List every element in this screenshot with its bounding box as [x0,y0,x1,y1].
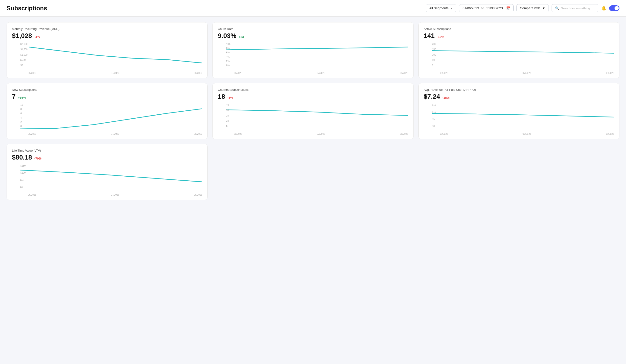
card-churn-value: 9.03% [218,32,236,39]
card-mrr-chart: $2,000 $1,500 $1,000 $500 $0 06/2023 07/… [12,43,202,74]
notification-button[interactable]: 🔔 [601,6,606,11]
card-ltv-value: $80.18 [12,154,32,161]
card-mrr: Monthly Recurring Revenue (MRR) $1,028 -… [6,22,208,78]
card-arppu-value: $7.24 [424,93,440,100]
card-new-subs-chart: 10 8 6 4 2 0 06/2023 07/2023 08/2023 [12,104,202,135]
card-churn-chart: 10% 8% 6% 4% 2% 0% 06/2023 07/2023 08/20… [218,43,408,74]
card-arppu: Avg. Revenue Per Paid User (ARPPU) $7.24… [418,83,620,139]
card-arppu-chart: $15 $10 $5 $0 06/2023 07/2023 08/2023 [424,104,614,135]
page-title: Subscriptions [6,5,47,12]
chevron-down-icon: ▼ [450,7,453,10]
date-range-button[interactable]: 01/06/2023 to 31/08/2023 📅 [459,4,514,12]
top-row: Monthly Recurring Revenue (MRR) $1,028 -… [6,22,620,78]
search-icon: 🔍 [555,6,559,10]
card-ltv-chart: $150 $100 $50 $0 06/2023 07/2023 08/2023 [12,164,202,196]
search-box[interactable]: 🔍 Search for something [551,4,598,12]
card-new-subs-title: New Subscriptions [12,88,202,91]
card-churned-badge: -4% [227,96,233,99]
segment-dropdown[interactable]: All Segments ▼ [426,4,456,12]
card-mrr-title: Monthly Recurring Revenue (MRR) [12,27,202,31]
main-content: Monthly Recurring Revenue (MRR) $1,028 -… [0,17,626,206]
card-arppu-badge: -18% [442,96,449,99]
card-churn-title: Churn Rate [218,27,408,31]
card-churn: Churn Rate 9.03% +23 10% 8% 6% 4% 2% 0% [212,22,413,78]
calendar-icon: 📅 [506,6,510,10]
card-ltv-badge: -70% [35,157,41,160]
chevron-down-icon: ▼ [542,6,545,10]
card-new-subs-value: 7 [12,93,16,100]
middle-row: New Subscriptions 7 +16% 10 8 6 4 2 0 [6,83,620,139]
compare-dropdown[interactable]: Compare with ▼ [516,4,549,12]
card-active-title: Active Subscriptions [424,27,614,31]
card-active-badge: -13% [437,35,444,38]
card-new-subs: New Subscriptions 7 +16% 10 8 6 4 2 0 [6,83,208,139]
card-churned-value: 18 [218,93,225,100]
card-churned-title: Churned Subscriptions [218,88,408,91]
card-churned-chart: 40 30 20 10 0 06/2023 07/2023 08/2023 [218,104,408,135]
card-active-chart: 200 150 100 50 0 06/2023 07/2023 08/2023 [424,43,614,74]
theme-toggle[interactable] [609,5,620,11]
bottom-row: Life Time Value (LTV) $80.18 -70% $150 $… [6,144,620,200]
card-mrr-badge: -4% [35,35,40,38]
card-new-subs-badge: +16% [18,96,26,99]
card-churned: Churned Subscriptions 18 -4% 40 30 20 10… [212,83,413,139]
card-mrr-value: $1,028 [12,32,32,39]
card-arppu-title: Avg. Revenue Per Paid User (ARPPU) [424,88,614,91]
card-ltv-title: Life Time Value (LTV) [12,149,202,152]
header-controls: All Segments ▼ 01/06/2023 to 31/08/2023 … [426,4,620,12]
card-active-value: 141 [424,32,435,39]
card-churn-badge: +23 [239,35,244,38]
card-ltv: Life Time Value (LTV) $80.18 -70% $150 $… [6,144,208,200]
header: Subscriptions All Segments ▼ 01/06/2023 … [0,0,626,17]
card-active: Active Subscriptions 141 -13% 200 150 10… [418,22,620,78]
